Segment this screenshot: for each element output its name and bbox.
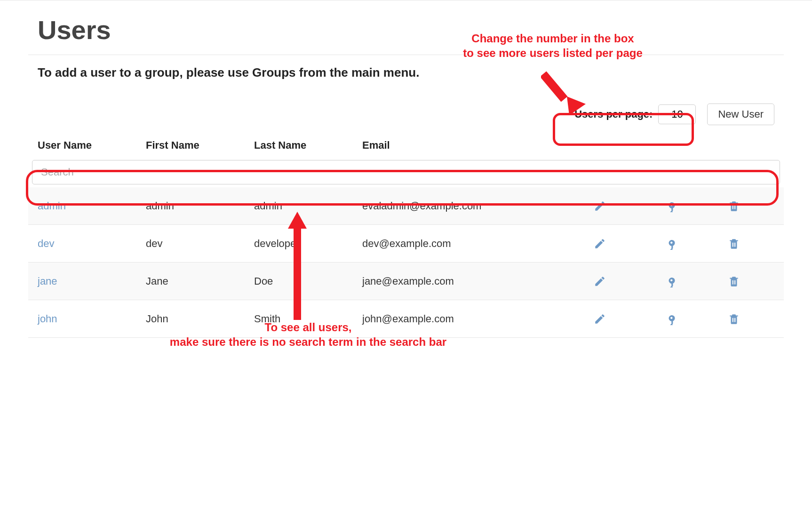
cell-lastname: admin [254, 200, 362, 212]
annotation-top-line2: to see more users listed per page [442, 46, 663, 60]
edit-user-button[interactable] [594, 313, 606, 325]
trash-icon [728, 313, 740, 325]
trash-icon [728, 275, 740, 287]
col-header-lastname: Last Name [254, 139, 362, 151]
key-icon [664, 238, 677, 250]
cell-email: jane@example.com [362, 275, 565, 287]
table-row: adminadminadminevaladmin@example.com [28, 187, 784, 225]
trash-icon [728, 200, 740, 212]
delete-user-button[interactable] [728, 238, 740, 250]
annotation-top: Change the number in the box to see more… [442, 31, 663, 60]
table-body: adminadminadminevaladmin@example.comdevd… [28, 187, 784, 338]
delete-user-button[interactable] [728, 313, 740, 325]
delete-user-button[interactable] [728, 200, 740, 212]
user-key-button[interactable] [664, 200, 677, 212]
pencil-icon [594, 238, 606, 250]
page-subtitle: To add a user to a group, please use Gro… [28, 55, 784, 85]
new-user-button[interactable]: New User [707, 104, 774, 125]
user-key-button[interactable] [664, 313, 677, 325]
key-icon [664, 313, 677, 325]
trash-icon [728, 238, 740, 250]
col-header-firstname: First Name [146, 139, 254, 151]
svg-marker-1 [567, 96, 586, 115]
edit-user-button[interactable] [594, 200, 606, 212]
username-link[interactable]: admin [38, 200, 66, 212]
users-per-page-input[interactable] [658, 104, 696, 124]
annotation-bottom: To see all users, make sure there is no … [155, 320, 461, 349]
users-table: User Name First Name Last Name Email adm… [28, 134, 784, 338]
table-row: devdevdeveloperdev@example.com [28, 225, 784, 263]
username-link[interactable]: jane [38, 275, 57, 287]
cell-lastname: Doe [254, 275, 362, 287]
key-icon [664, 200, 677, 212]
cell-firstname: Jane [146, 275, 254, 287]
cell-lastname: developer [254, 238, 362, 250]
table-row: janeJaneDoejane@example.com [28, 263, 784, 300]
username-link[interactable]: dev [38, 238, 54, 249]
annotation-top-line1: Change the number in the box [442, 31, 663, 46]
username-link[interactable]: john [38, 313, 57, 325]
pencil-icon [594, 313, 606, 325]
edit-user-button[interactable] [594, 275, 606, 287]
search-row [28, 157, 784, 187]
cell-email: evaladmin@example.com [362, 200, 565, 212]
cell-email: dev@example.com [362, 238, 565, 250]
table-header-row: User Name First Name Last Name Email [28, 134, 784, 157]
col-header-email: Email [362, 139, 565, 151]
arrow-icon-top [541, 64, 597, 120]
arrow-icon-bottom [288, 212, 307, 320]
user-key-button[interactable] [664, 238, 677, 250]
col-header-username: User Name [38, 139, 146, 151]
cell-firstname: dev [146, 238, 254, 250]
controls-row: Users per page: New User [28, 85, 784, 134]
user-key-button[interactable] [664, 275, 677, 287]
annotation-bottom-line1: To see all users, [155, 320, 461, 335]
svg-rect-3 [294, 226, 301, 320]
cell-firstname: admin [146, 200, 254, 212]
search-input[interactable] [32, 160, 780, 184]
page-title: Users [28, 0, 784, 55]
delete-user-button[interactable] [728, 275, 740, 287]
svg-rect-0 [541, 71, 567, 102]
pencil-icon [594, 200, 606, 212]
annotation-bottom-line2: make sure there is no search term in the… [155, 335, 461, 349]
edit-user-button[interactable] [594, 238, 606, 250]
key-icon [664, 275, 677, 287]
pencil-icon [594, 275, 606, 287]
